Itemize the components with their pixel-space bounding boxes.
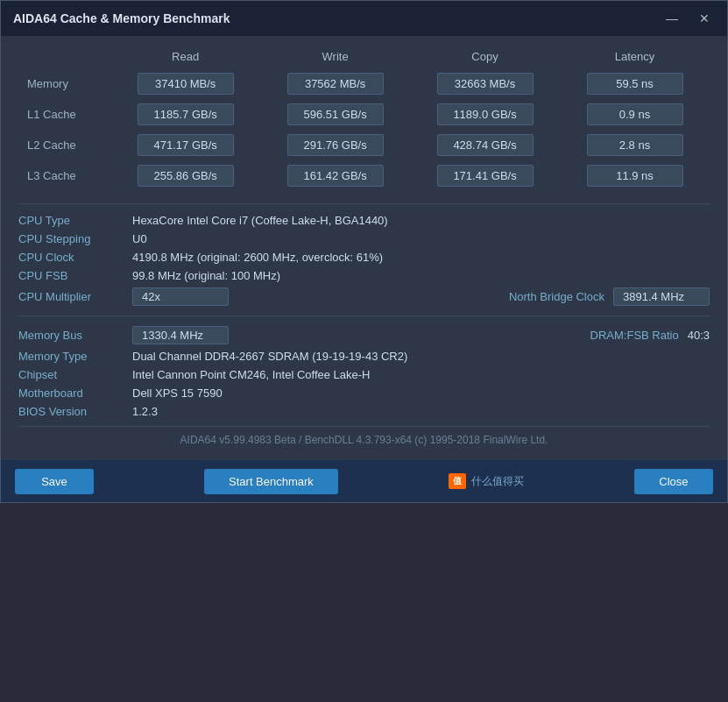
table-row: L1 Cache 1185.7 GB/s 596.51 GB/s 1189.0 … — [18, 99, 710, 130]
section-divider — [18, 203, 710, 204]
cpu-type-value: HexaCore Intel Core i7 (Coffee Lake-H, B… — [132, 214, 710, 227]
latency-value: 0.9 ns — [560, 99, 710, 130]
cpu-fsb-row: CPU FSB 99.8 MHz (original: 100 MHz) — [18, 266, 710, 285]
write-value: 291.76 GB/s — [260, 130, 410, 160]
copy-value: 1189.0 GB/s — [410, 99, 560, 130]
dram-fsb-value: 40:3 — [688, 329, 710, 342]
write-value: 161.42 GB/s — [260, 160, 410, 191]
copy-value: 171.41 GB/s — [410, 160, 560, 191]
benchmark-table: Read Write Copy Latency Memory 37410 MB/… — [18, 45, 710, 191]
action-bar: Save Start Benchmark 值 什么值得买 Close — [1, 460, 727, 502]
main-content: Read Write Copy Latency Memory 37410 MB/… — [1, 36, 727, 460]
dram-fsb-label: DRAM:FSB Ratio — [590, 329, 679, 342]
minimize-button[interactable]: — — [661, 10, 683, 27]
watermark-text: 什么值得买 — [471, 474, 524, 489]
latency-value: 2.8 ns — [560, 130, 710, 160]
bios-label: BIOS Version — [18, 405, 132, 418]
row-label: L3 Cache — [18, 160, 110, 191]
north-bridge-group: North Bridge Clock 3891.4 MHz — [509, 287, 710, 306]
table-row: Memory 37410 MB/s 37562 MB/s 32663 MB/s … — [18, 68, 710, 99]
write-value: 596.51 GB/s — [260, 99, 410, 130]
motherboard-label: Motherboard — [18, 386, 132, 400]
memory-info-section: Memory Bus 1330.4 MHz DRAM:FSB Ratio 40:… — [18, 323, 710, 421]
cpu-clock-value: 4190.8 MHz (original: 2600 MHz, overcloc… — [132, 251, 710, 264]
table-row: L3 Cache 255.86 GB/s 161.42 GB/s 171.41 … — [18, 160, 710, 191]
memory-bus-row: Memory Bus 1330.4 MHz DRAM:FSB Ratio 40:… — [18, 323, 710, 347]
read-value: 37410 MB/s — [110, 68, 260, 99]
cpu-type-label: CPU Type — [18, 214, 132, 227]
write-value: 37562 MB/s — [260, 68, 410, 99]
cpu-info-section: CPU Type HexaCore Intel Core i7 (Coffee … — [18, 211, 710, 308]
cpu-multiplier-row: CPU Multiplier 42x North Bridge Clock 38… — [18, 285, 710, 308]
motherboard-row: Motherboard Dell XPS 15 7590 — [18, 384, 710, 402]
window-controls: — ✕ — [661, 10, 715, 27]
memory-bus-label: Memory Bus — [18, 329, 132, 342]
memory-type-label: Memory Type — [18, 350, 132, 363]
cpu-stepping-value: U0 — [132, 232, 710, 245]
main-window: AIDA64 Cache & Memory Benchmark — ✕ Read… — [0, 0, 728, 503]
row-label: L2 Cache — [18, 130, 110, 160]
copy-value: 32663 MB/s — [410, 68, 560, 99]
cpu-fsb-value: 99.8 MHz (original: 100 MHz) — [132, 269, 710, 282]
motherboard-value: Dell XPS 15 7590 — [132, 386, 710, 400]
north-bridge-label: North Bridge Clock — [509, 290, 604, 303]
latency-value: 11.9 ns — [560, 160, 710, 191]
chipset-row: Chipset Intel Cannon Point CM246, Intel … — [18, 365, 710, 384]
section-divider-2 — [18, 316, 710, 316]
chipset-value: Intel Cannon Point CM246, Intel Coffee L… — [132, 368, 710, 381]
memory-type-row: Memory Type Dual Channel DDR4-2667 SDRAM… — [18, 347, 710, 365]
save-button[interactable]: Save — [15, 469, 94, 494]
cpu-clock-label: CPU Clock — [18, 251, 132, 264]
cpu-clock-row: CPU Clock 4190.8 MHz (original: 2600 MHz… — [18, 248, 710, 266]
footer-text: AIDA64 v5.99.4983 Beta / BenchDLL 4.3.79… — [18, 426, 710, 451]
watermark-logo: 值 — [449, 473, 466, 489]
col-header-latency: Latency — [560, 45, 710, 68]
north-bridge-value: 3891.4 MHz — [613, 287, 710, 306]
col-header-write: Write — [260, 45, 410, 68]
window-title: AIDA64 Cache & Memory Benchmark — [13, 11, 230, 25]
cpu-stepping-label: CPU Stepping — [18, 232, 132, 245]
title-bar: AIDA64 Cache & Memory Benchmark — ✕ — [1, 1, 727, 36]
read-value: 255.86 GB/s — [110, 160, 260, 191]
memory-type-value: Dual Channel DDR4-2667 SDRAM (19-19-19-4… — [132, 350, 710, 363]
col-header-read: Read — [110, 45, 260, 68]
table-row: L2 Cache 471.17 GB/s 291.76 GB/s 428.74 … — [18, 130, 710, 160]
cpu-stepping-row: CPU Stepping U0 — [18, 230, 710, 248]
cpu-multiplier-label: CPU Multiplier — [18, 290, 132, 303]
row-label: Memory — [18, 68, 110, 99]
row-label: L1 Cache — [18, 99, 110, 130]
copy-value: 428.74 GB/s — [410, 130, 560, 160]
read-value: 471.17 GB/s — [110, 130, 260, 160]
close-button[interactable]: ✕ — [694, 10, 715, 27]
dram-fsb-group: DRAM:FSB Ratio 40:3 — [590, 329, 710, 342]
read-value: 1185.7 GB/s — [110, 99, 260, 130]
memory-bus-value: 1330.4 MHz — [132, 326, 229, 344]
cpu-fsb-label: CPU FSB — [18, 269, 132, 282]
col-header-copy: Copy — [410, 45, 560, 68]
bios-value: 1.2.3 — [132, 405, 710, 418]
cpu-multiplier-value: 42x — [132, 287, 229, 306]
watermark: 值 什么值得买 — [449, 473, 524, 489]
col-header-label — [18, 45, 110, 68]
bios-row: BIOS Version 1.2.3 — [18, 402, 710, 421]
chipset-label: Chipset — [18, 368, 132, 381]
close-button-action[interactable]: Close — [634, 469, 713, 494]
cpu-type-row: CPU Type HexaCore Intel Core i7 (Coffee … — [18, 211, 710, 230]
latency-value: 59.5 ns — [560, 68, 710, 99]
start-benchmark-button[interactable]: Start Benchmark — [204, 469, 338, 494]
